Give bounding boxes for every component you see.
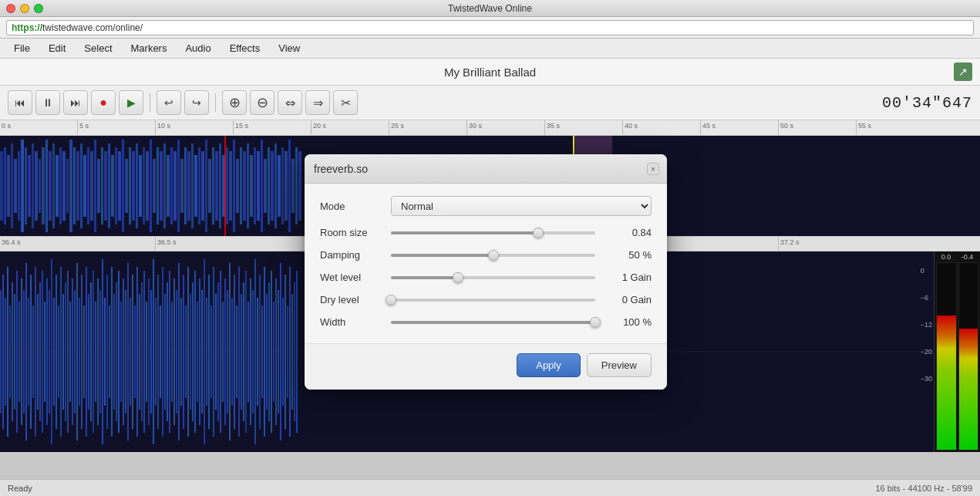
wet-level-thumb[interactable] xyxy=(453,272,463,283)
dry-level-thumb[interactable] xyxy=(386,295,396,305)
dialog-body: Mode Normal Frozen Room size xyxy=(305,184,667,343)
room-size-fill xyxy=(391,231,538,235)
apply-button[interactable]: Apply xyxy=(517,353,581,377)
dialog-footer: Apply Preview xyxy=(305,343,667,390)
wet-level-value: 1 Gain xyxy=(601,272,652,283)
dialog-overlay: freeverb.so × Mode Normal Frozen xyxy=(0,0,980,496)
mode-label: Mode xyxy=(320,201,382,212)
damping-slider[interactable] xyxy=(391,254,595,257)
wet-level-label: Wet level xyxy=(320,272,382,283)
room-size-thumb[interactable] xyxy=(533,228,544,238)
mode-row: Mode Normal Frozen xyxy=(320,196,652,216)
dry-level-control: 0 Gain xyxy=(391,294,652,305)
width-thumb[interactable] xyxy=(590,317,601,328)
dry-level-row: Dry level 0 Gain xyxy=(320,294,652,305)
wet-level-slider[interactable] xyxy=(391,276,595,279)
damping-row: Damping 50 % xyxy=(320,249,652,261)
damping-fill xyxy=(391,254,493,257)
mode-control: Normal Frozen xyxy=(391,196,652,216)
damping-thumb[interactable] xyxy=(488,250,499,261)
preview-button[interactable]: Preview xyxy=(587,353,652,377)
wet-level-fill xyxy=(391,276,458,279)
dialog-title: freeverb.so xyxy=(314,163,368,175)
width-control: 100 % xyxy=(391,316,652,328)
dialog-close-button[interactable]: × xyxy=(647,163,659,175)
room-size-value: 0.84 xyxy=(601,227,652,238)
room-size-slider[interactable] xyxy=(391,231,595,235)
width-fill xyxy=(391,321,595,324)
room-size-row: Room size 0.84 xyxy=(320,227,652,238)
damping-label: Damping xyxy=(320,249,382,261)
dry-level-value: 0 Gain xyxy=(601,294,652,305)
damping-control: 50 % xyxy=(391,249,652,261)
wet-level-row: Wet level 1 Gain xyxy=(320,272,652,283)
room-size-label: Room size xyxy=(320,227,382,238)
mode-select[interactable]: Normal Frozen xyxy=(391,196,652,216)
freeverb-dialog: freeverb.so × Mode Normal Frozen xyxy=(305,154,667,390)
damping-value: 50 % xyxy=(601,249,652,261)
width-value: 100 % xyxy=(601,316,652,328)
dialog-titlebar: freeverb.so × xyxy=(305,154,667,184)
width-slider[interactable] xyxy=(391,321,595,324)
dry-level-slider[interactable] xyxy=(391,299,595,302)
dry-level-label: Dry level xyxy=(320,294,382,305)
width-label: Width xyxy=(320,316,382,328)
room-size-control: 0.84 xyxy=(391,227,652,238)
mode-select-wrapper: Normal Frozen xyxy=(391,196,652,216)
wet-level-control: 1 Gain xyxy=(391,272,652,283)
width-row: Width 100 % xyxy=(320,316,652,328)
